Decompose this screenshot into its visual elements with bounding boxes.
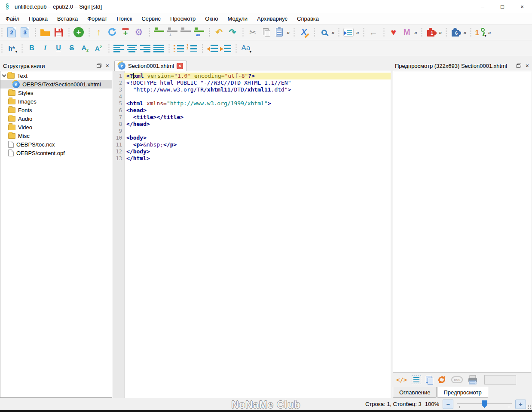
overflow-chevron-icon[interactable]: » [463,29,467,36]
indent-button[interactable] [219,42,232,55]
align-center-button[interactable] [125,42,138,55]
close-panel-icon[interactable]: × [526,64,529,68]
cut-button[interactable]: ✂ [246,26,259,39]
overflow-chevron-icon[interactable]: » [438,29,442,36]
code-text[interactable]: </head> [124,121,391,128]
css-icon[interactable]: css [451,376,463,383]
tree-item[interactable]: OEBPS/toc.ncx [0,140,112,149]
subscript-button[interactable]: A2 [79,42,92,55]
plugin-6-button[interactable]: 6 [449,26,462,39]
preview-tab-inactive[interactable]: Оглавление [393,387,437,398]
code-line[interactable]: 5<html xmlns="http://www.w3.org/1999/xht… [113,100,391,107]
slider-handle[interactable] [482,400,487,408]
zoom-slider[interactable] [457,399,512,409]
tree-item[interactable]: Fonts [0,106,112,114]
menu-item-10[interactable]: Архивариус [252,15,292,22]
code-text[interactable]: <head> [124,107,391,114]
code-text[interactable]: <title></title> [124,114,391,121]
overflow-chevron-icon[interactable]: » [355,29,359,36]
paste-button[interactable] [273,26,286,39]
expander-chevron-icon[interactable] [2,73,6,77]
tree-item[interactable]: Misc [0,131,112,140]
split-all-markers-button[interactable]: »» [193,26,205,39]
insert-split-marker-button[interactable]: + [166,26,179,39]
code-view[interactable]: 1<?xml version="1.0" encoding="utf-8"?>2… [113,71,391,398]
open-button[interactable] [39,26,52,39]
overflow-chevron-icon[interactable]: » [331,29,335,36]
italic-button[interactable]: I [39,42,52,55]
bold-button[interactable]: B [25,42,38,55]
inspect-code-icon[interactable]: </> [396,376,407,383]
underline-button[interactable]: U [52,42,65,55]
menu-item-11[interactable]: Справка [292,15,324,22]
code-line[interactable]: 9 [113,128,391,134]
back-button[interactable]: ← [367,26,380,39]
overflow-chevron-icon[interactable]: » [286,29,290,36]
numbered-list-button[interactable]: 12 [186,42,199,55]
code-text[interactable] [124,128,391,134]
tree-item[interactable]: eOEBPS/Text/Section0001.xhtml [0,80,112,89]
tree-item[interactable]: Images [0,97,112,106]
overflow-chevron-icon[interactable]: » [414,29,418,36]
float-panel-icon[interactable] [517,64,521,68]
menu-item-3[interactable]: Вставка [52,15,83,22]
plugin-1-button[interactable]: 1 [425,26,438,39]
preferences-button[interactable]: ⚙ [132,26,145,39]
menu-item-8[interactable]: Окно [200,15,223,22]
spellcheck-button[interactable]: X [297,26,310,39]
align-justify-button[interactable] [152,42,165,55]
close-panel-icon[interactable]: × [106,64,109,68]
tree-item[interactable]: Styles [0,89,112,97]
split-at-cursor-button[interactable] [153,26,165,39]
tree-item[interactable]: Text [0,71,112,80]
menu-item-4[interactable]: Формат [83,15,112,22]
heading-style-button[interactable]: h* ▼ [5,42,18,55]
reload-button[interactable] [106,26,119,39]
code-line[interactable]: 8</head> [113,121,391,128]
superscript-button[interactable]: A2 [92,42,105,55]
code-text[interactable]: <p>&nbsp;</p> [124,141,391,148]
menu-item-7[interactable]: Просмотр [165,15,200,22]
code-text[interactable]: <!DOCTYPE html PUBLIC "-//W3C//DTD XHTML… [124,79,391,86]
code-line[interactable]: 7 <title></title> [113,114,391,121]
code-text[interactable]: </html> [124,155,391,162]
tab-close-icon[interactable]: × [177,63,183,69]
code-text[interactable]: "http://www.w3.org/TR/xhtml11/DTD/xhtml1… [124,86,391,93]
reports-button[interactable] [342,26,355,39]
undo-button[interactable]: ↶ [213,26,226,39]
select-all-icon[interactable] [412,375,421,384]
code-line[interactable]: 10<body> [113,134,391,141]
close-button[interactable]: × [512,0,532,13]
find-replace-button[interactable] [318,26,330,39]
menu-item-5[interactable]: Поиск [112,15,137,22]
refresh-icon[interactable] [437,375,446,385]
menu-item-9[interactable]: Модули [223,15,253,22]
new-epub2-button[interactable]: 2 [5,26,18,39]
code-text[interactable] [124,93,391,100]
tree-item[interactable]: OEBPS/content.opf [0,149,112,157]
maximize-button[interactable]: □ [492,0,512,13]
tree-item[interactable]: Video [0,123,112,131]
split-marker-tag-button[interactable] [179,26,192,39]
resize-grip[interactable] [527,405,531,409]
insert-file-button[interactable]: + [119,26,132,39]
save-button[interactable] [52,26,65,39]
print-icon[interactable] [468,375,478,385]
strikethrough-button[interactable]: S [65,42,78,55]
code-line[interactable]: 1<?xml version="1.0" encoding="utf-8"?> [113,73,391,79]
run-plugin-button[interactable]: 1 ▼ [474,26,487,39]
copy-icon[interactable] [426,376,432,384]
preview-tab-active[interactable]: Предпросмотр [437,387,488,398]
code-text[interactable]: <?xml version="1.0" encoding="utf-8"?> [124,73,391,79]
code-text[interactable]: </body> [124,148,391,155]
tree-item[interactable]: Audio [0,114,112,123]
new-epub3-button[interactable]: 3 [18,26,31,39]
copy-button[interactable] [260,26,272,39]
add-existing-files-button[interactable]: + [72,26,85,39]
menu-item-2[interactable]: Правка [24,15,52,22]
code-text[interactable]: <html xmlns="http://www.w3.org/1999/xhtm… [124,100,391,107]
zoom-out-button[interactable]: − [443,400,453,409]
code-line[interactable]: 2<!DOCTYPE html PUBLIC "-//W3C//DTD XHTM… [113,79,391,86]
code-line[interactable]: 13</html> [113,155,391,162]
metadata-button[interactable]: M [401,26,413,39]
